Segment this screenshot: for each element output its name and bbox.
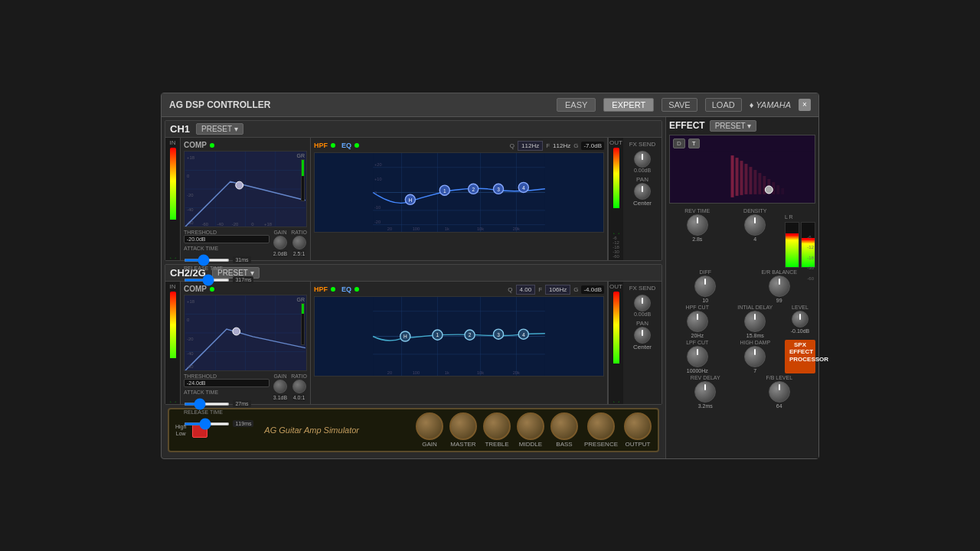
svg-text:0: 0 — [187, 174, 190, 178]
ch1-comp-controls: THRESHOLD -20.0dB ATTACK TIME 31ms GAIN … — [184, 230, 307, 265]
ch2-eq-svg: H 1 2 3 4 20 100 1k — [315, 297, 603, 376]
ch2-ratio-knob[interactable] — [292, 380, 306, 393]
ch2-pan-knob[interactable] — [634, 327, 651, 344]
ch1-gain-knob-group: GAIN 2.0dB — [273, 230, 288, 257]
ch1-comp-title-row: COMP — [184, 141, 307, 151]
hpf-cut-knob[interactable] — [687, 311, 708, 332]
level-value: -0.10dB — [791, 328, 810, 334]
ch2-hpf-on — [331, 287, 335, 292]
diff-knob[interactable] — [694, 276, 716, 297]
svg-rect-86 — [749, 167, 752, 194]
svg-text:-60: -60 — [202, 222, 209, 227]
ch1-gr-label: GR — [297, 153, 305, 158]
fb-level-value: 64 — [776, 403, 782, 409]
title-bar: AG DSP CONTROLLER EASY EXPERT SAVE LOAD … — [162, 93, 818, 117]
svg-rect-85 — [744, 164, 747, 194]
ch2-gr-fill — [302, 304, 304, 314]
ch1-comp-svg: +18 0 -20 -40 -60 -60 -40 -20 0 +18 — [185, 152, 306, 227]
svg-text:4: 4 — [522, 184, 525, 190]
svg-rect-83 — [736, 158, 739, 196]
ch1-fx-pan-section: FX SEND 0.00dB PAN Center — [623, 138, 662, 260]
rev-time-knob[interactable] — [687, 214, 708, 236]
initial-delay-knob[interactable] — [744, 311, 766, 332]
ch1-gr-bar — [301, 159, 305, 201]
lpf-cut-knob[interactable] — [687, 346, 708, 367]
guitar-treble-knob[interactable] — [483, 412, 511, 440]
ch1-attack-slider[interactable] — [184, 259, 230, 262]
ch2-release-slider[interactable] — [184, 422, 230, 425]
guitar-presence-knob[interactable] — [587, 412, 615, 440]
ch2-attack-slider[interactable] — [184, 403, 230, 406]
guitar-presence-label: PRESENCE — [584, 441, 618, 448]
fb-level-knob[interactable] — [769, 381, 790, 403]
ch2-comp-on — [210, 287, 214, 292]
ch1-gain-knob[interactable] — [273, 236, 287, 249]
diff-group: DIFF 10 — [669, 269, 742, 303]
tab-easy[interactable]: EASY — [557, 98, 596, 112]
ch2-fx-knob[interactable] — [634, 295, 651, 311]
ch2-body: IN COMP — [165, 282, 662, 404]
svg-point-16 — [236, 181, 243, 189]
svg-text:2: 2 — [469, 332, 472, 337]
ch1-threshold-label: THRESHOLD — [184, 230, 270, 235]
initial-delay-value: 15.8ms — [746, 333, 764, 338]
rev-delay-group: REV DELAY 3.2ms — [669, 375, 742, 409]
lpf-cut-value: 10000Hz — [687, 368, 708, 373]
guitar-output-knob[interactable] — [624, 412, 652, 440]
effect-display: D T — [669, 135, 815, 204]
density-knob[interactable] — [744, 214, 766, 236]
ch1-fx-knob[interactable] — [634, 151, 651, 168]
ch2-gain-knob[interactable] — [273, 380, 287, 393]
ch2-comp-label: COMP — [184, 285, 207, 293]
ch2-ratio-value: 4.0:1 — [292, 394, 306, 401]
effect-title: EFFECT — [669, 120, 705, 131]
guitar-bass-knob[interactable] — [550, 412, 578, 440]
ch2-release-row: RELEASE TIME 119ms — [184, 409, 307, 429]
rev-delay-knob[interactable] — [694, 381, 716, 403]
ch1-eq-on — [354, 143, 359, 148]
ch2-comp-controls: THRESHOLD -24.0dB ATTACK TIME 27ms GAIN … — [184, 373, 307, 409]
svg-text:100: 100 — [413, 370, 420, 375]
er-balance-group: E/R BALANCE 99 — [743, 269, 816, 303]
level-scale: -6 -12 -18 -30 -60 — [807, 235, 814, 281]
level-knob[interactable] — [792, 311, 808, 328]
ch1-preset[interactable]: PRESET ▾ — [196, 123, 243, 135]
tab-expert[interactable]: EXPERT — [603, 98, 654, 112]
ch2-in-bar — [170, 292, 176, 403]
ch1-pan-knob[interactable] — [634, 183, 651, 200]
effect-preset-button[interactable]: PRESET ▾ — [710, 120, 757, 132]
ch2-release-label: RELEASE TIME — [184, 409, 307, 415]
ch1-fx-value: 0.00dB — [634, 168, 651, 173]
svg-rect-88 — [758, 173, 761, 194]
ch2-eq-header: HPF EQ Q 4.00 F 106Hz G -4.0dB — [314, 285, 604, 295]
ch1-ratio-knob[interactable] — [292, 236, 306, 249]
ch2-release-value: 119ms — [233, 420, 253, 427]
ch2-ratio-label: RATIO — [291, 373, 307, 379]
ch2-release-section: RELEASE TIME 119ms — [184, 409, 307, 429]
guitar-gain-knob[interactable] — [416, 412, 443, 440]
er-balance-knob[interactable] — [769, 276, 790, 297]
effect-row2: DIFF 10 E/R BALANCE 99 — [669, 269, 815, 303]
ch1-pan-value: Center — [633, 200, 652, 207]
guitar-master-group: MASTER — [449, 412, 477, 448]
svg-text:+18: +18 — [264, 222, 273, 227]
close-button[interactable]: × — [799, 99, 811, 111]
guitar-middle-knob[interactable] — [517, 412, 544, 440]
load-button[interactable]: LOAD — [705, 98, 742, 112]
ch1-in-label: IN — [170, 139, 176, 146]
ch2-eq-label: EQ — [341, 285, 351, 293]
hpf-cut-group: HPF CUT 20Hz — [669, 305, 726, 338]
effect-row5: REV DELAY 3.2ms F/B LEVEL 64 — [669, 375, 815, 409]
high-damp-knob[interactable] — [744, 346, 766, 367]
ch2-out-label: OUT — [609, 283, 622, 290]
svg-text:-20: -20 — [374, 219, 381, 223]
ch1-hpf-gain: -7.0dB — [581, 142, 604, 150]
guitar-master-knob[interactable] — [449, 412, 477, 440]
guitar-output-group: OUTPUT — [624, 412, 652, 448]
ch1-pan-section: PAN Center — [633, 176, 652, 207]
save-button[interactable]: SAVE — [662, 98, 697, 112]
svg-rect-82 — [731, 155, 734, 197]
guitar-bass-group: BASS — [550, 412, 578, 448]
effect-t-button[interactable]: T — [688, 139, 700, 148]
effect-d-button[interactable]: D — [673, 139, 685, 148]
